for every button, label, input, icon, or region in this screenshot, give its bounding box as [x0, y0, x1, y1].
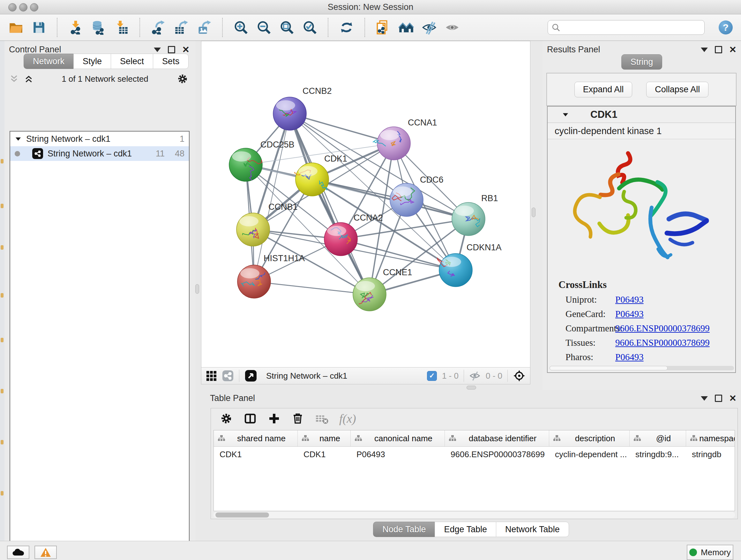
collapse-all-button[interactable]: Collapse All [646, 82, 709, 98]
table-cell[interactable]: CDK1 [298, 449, 351, 459]
table-cell[interactable]: stringdb [686, 449, 735, 459]
import-table-icon[interactable] [114, 20, 129, 35]
horizontal-splitter-handle[interactable] [467, 386, 476, 389]
gear-icon[interactable] [177, 73, 188, 84]
column-header-database-identifier[interactable]: database identifier [445, 430, 549, 446]
panel-menu-icon[interactable] [701, 396, 708, 401]
tab-sets[interactable]: Sets [153, 54, 189, 69]
node-label-RB1: RB1 [481, 193, 498, 203]
crosslink-link[interactable]: 9606.ENSP00000378699 [615, 323, 710, 334]
share-view-icon[interactable] [222, 370, 234, 382]
column-header-description[interactable]: description [549, 430, 630, 446]
add-column-icon[interactable] [268, 412, 280, 425]
network-node-CCNE1[interactable]: CCNE1 [353, 267, 412, 311]
panel-float-icon[interactable] [168, 46, 175, 53]
export-image-icon[interactable] [197, 20, 212, 35]
vertical-splitter-handle[interactable] [532, 207, 536, 217]
column-header-shared-name[interactable]: shared name [214, 430, 298, 446]
grid-view-icon[interactable] [206, 370, 217, 381]
toggle-columns-icon[interactable] [244, 412, 257, 425]
column-header-@id[interactable]: @id [630, 430, 686, 446]
search-input[interactable] [562, 23, 700, 33]
panel-float-icon[interactable] [715, 395, 722, 402]
network-row[interactable]: String Network – cdk1 11 48 [10, 146, 189, 161]
crosslink-link[interactable]: P06493 [615, 294, 644, 305]
table-row[interactable]: CDK1CDK1P064939606.ENSP00000378699cyclin… [214, 447, 735, 462]
panel-menu-icon[interactable] [154, 48, 161, 52]
import-network-icon[interactable] [68, 20, 83, 35]
eye-hide-icon[interactable] [421, 20, 437, 35]
network-edge-HIST1H1A-CCNE1[interactable] [254, 282, 369, 294]
panel-float-icon[interactable] [715, 46, 722, 53]
cloud-button[interactable] [7, 546, 29, 559]
table-cell[interactable]: CDK1 [214, 449, 298, 459]
network-edge-CCNB2-CCNE1[interactable] [290, 114, 369, 294]
network-node-HIST1H1A[interactable]: HIST1H1A [238, 253, 305, 298]
network-node-CDC25B[interactable]: CDC25B [229, 140, 294, 181]
zoom-out-icon[interactable] [256, 20, 272, 35]
expand-all-rows-icon[interactable] [10, 74, 18, 83]
network-node-CCNB1[interactable]: CCNB1 [237, 202, 298, 246]
disclosure-triangle-icon[interactable] [15, 136, 22, 142]
gear-icon[interactable] [220, 412, 232, 425]
birds-eye-icon[interactable] [245, 369, 257, 382]
vertical-splitter-handle[interactable] [195, 284, 199, 294]
zoom-selected-icon[interactable] [302, 20, 318, 35]
hidden-eye-icon[interactable] [469, 371, 481, 381]
panel-menu-icon[interactable] [701, 48, 708, 52]
network-node-CDKN1A[interactable]: CDKN1A [437, 243, 501, 287]
homes-icon[interactable] [399, 20, 414, 35]
crosslink-link[interactable]: P06493 [615, 309, 644, 319]
expand-all-button[interactable]: Expand All [575, 82, 632, 98]
collapse-all-rows-icon[interactable] [24, 74, 33, 83]
table-cell[interactable]: 9606.ENSP00000378699 [445, 449, 549, 459]
string-document-icon[interactable] [376, 20, 391, 35]
tab-style[interactable]: Style [73, 54, 111, 69]
tab-string[interactable]: String [621, 54, 663, 70]
crosshair-icon[interactable] [513, 369, 526, 382]
panel-close-icon[interactable]: ✕ [729, 394, 737, 403]
network-node-RB1[interactable]: RB1 [452, 193, 498, 236]
import-database-icon[interactable] [91, 20, 106, 35]
crosslink-link[interactable]: P06493 [615, 352, 644, 362]
column-header-canonical-name[interactable]: canonical name [351, 430, 445, 446]
tab-select[interactable]: Select [111, 54, 153, 69]
tab-network[interactable]: Network [23, 54, 73, 69]
delete-table-icon[interactable] [315, 413, 328, 424]
refresh-icon[interactable] [339, 20, 354, 35]
tab-edge-table[interactable]: Edge Table [434, 522, 496, 537]
disclosure-triangle-icon[interactable] [562, 111, 569, 118]
network-collection-row[interactable]: String Network – cdk1 1 [10, 132, 189, 146]
network-canvas[interactable]: CCNB2CCNA1CDC25BCDK1CDC6RB1CCNB1CCNA2CDK… [201, 41, 530, 367]
network-node-CDK1[interactable]: CDK1 [294, 154, 347, 196]
memory-button[interactable]: Memory [687, 545, 733, 560]
toolbar-separator [328, 18, 329, 37]
table-cell[interactable]: P06493 [351, 449, 445, 459]
tab-network-table[interactable]: Network Table [496, 522, 569, 537]
table-cell[interactable]: cyclin-dependent ... [549, 449, 630, 459]
zoom-fit-icon[interactable] [279, 20, 294, 35]
save-icon[interactable] [31, 20, 47, 35]
tab-node-table[interactable]: Node Table [373, 522, 434, 537]
column-header-namespace[interactable]: namespace [686, 430, 735, 446]
panel-close-icon[interactable]: ✕ [729, 45, 737, 54]
selected-checkbox-icon[interactable]: ✓ [427, 371, 437, 381]
column-header-name[interactable]: name [298, 430, 351, 446]
function-builder-icon[interactable]: f(x) [339, 412, 356, 426]
panel-close-icon[interactable]: ✕ [182, 45, 190, 54]
export-table-icon[interactable] [174, 20, 189, 35]
eye-icon[interactable] [445, 20, 460, 35]
help-icon[interactable]: ? [719, 20, 733, 35]
zoom-in-icon[interactable] [233, 20, 249, 35]
network-edge-CCNA2-CDKN1A[interactable] [341, 239, 456, 270]
export-network-icon[interactable] [151, 20, 166, 35]
warning-button[interactable] [35, 546, 57, 559]
results-hscrollbar[interactable] [549, 366, 734, 370]
delete-column-icon[interactable] [291, 412, 304, 425]
table-cell[interactable]: stringdb:9... [630, 449, 686, 459]
table-hscrollbar[interactable] [213, 512, 735, 518]
crosslink-link[interactable]: 9606.ENSP00000378699 [615, 337, 710, 348]
table-box: f(x) shared namenamecanonical namedataba… [211, 408, 738, 519]
network-node-CCNA1[interactable]: CCNA1 [373, 118, 437, 160]
open-folder-icon[interactable] [8, 20, 23, 35]
